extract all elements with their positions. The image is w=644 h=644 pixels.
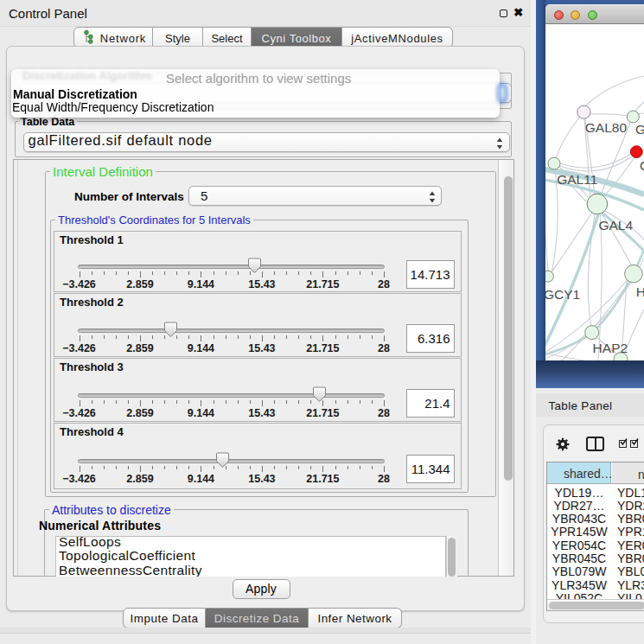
svg-text:GAL80: GAL80 — [585, 120, 628, 135]
svg-text:GAL4: GAL4 — [598, 218, 633, 233]
svg-text:G..: G.. — [635, 122, 644, 137]
svg-text:H: H — [636, 284, 644, 299]
svg-text:GAL11: GAL11 — [557, 172, 597, 187]
svg-text:HAP2: HAP2 — [593, 341, 628, 355]
svg-text:C: C — [640, 158, 644, 173]
svg-text:GCY1: GCY1 — [545, 287, 580, 302]
